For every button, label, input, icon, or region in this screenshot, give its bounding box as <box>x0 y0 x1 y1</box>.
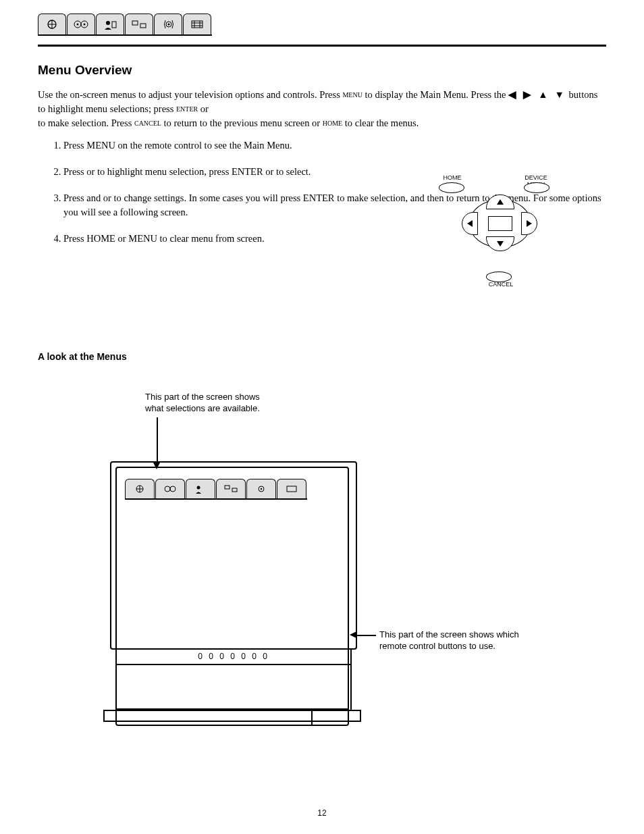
onscreen-menu <box>125 479 307 500</box>
subhead: A look at the Menus <box>38 351 127 362</box>
svg-point-12 <box>168 24 170 26</box>
enter-button <box>488 216 512 231</box>
svg-point-5 <box>77 24 79 26</box>
svg-point-23 <box>197 486 200 490</box>
home-button <box>439 182 464 193</box>
globe-icon <box>132 483 147 495</box>
onscreen-tab-row <box>125 479 307 500</box>
right-button <box>521 212 537 235</box>
right-arrow-icon <box>527 220 532 227</box>
speaker-grille: 0 0 0 0 0 0 0 <box>198 652 269 661</box>
tab-audio <box>154 14 182 34</box>
film-icon <box>284 483 299 495</box>
os-tab-picture <box>216 479 246 498</box>
left-button <box>462 212 478 235</box>
header-rule <box>38 45 606 47</box>
picture-icon <box>223 483 239 495</box>
cancel-key: CANCEL <box>134 120 161 127</box>
enter-key: ENTER <box>176 105 198 113</box>
svg-rect-25 <box>232 488 237 492</box>
svg-point-7 <box>106 21 110 25</box>
up-arrow-icon <box>497 199 504 205</box>
tv-illustration: 0 0 0 0 0 0 0 <box>110 461 354 731</box>
left-arrow-icon <box>467 220 473 227</box>
tab-row <box>38 14 212 36</box>
caption-top: This part of the screen shows what selec… <box>145 392 260 415</box>
heading: Menu Overview <box>38 61 606 80</box>
svg-point-22 <box>170 486 176 492</box>
home-key: HOME <box>323 120 342 127</box>
tab-setup <box>38 14 66 34</box>
svg-point-21 <box>165 486 170 492</box>
svg-rect-10 <box>140 24 146 28</box>
caption-bottom: This part of the screen shows which remo… <box>379 629 609 652</box>
arrow1-line <box>157 417 158 465</box>
svg-rect-9 <box>132 21 138 25</box>
os-tab-audio <box>246 479 276 498</box>
picture-icon <box>130 18 148 31</box>
os-tab-timer <box>155 479 185 498</box>
tv-speaker: 0 0 0 0 0 0 0 <box>117 649 350 665</box>
person-icon <box>102 18 118 31</box>
svg-rect-13 <box>192 21 203 28</box>
menu-key: MENU <box>342 91 362 99</box>
svg-rect-28 <box>287 486 296 492</box>
device-menu-button <box>524 182 549 193</box>
svg-rect-8 <box>112 22 116 28</box>
intro-paragraph: Use the on-screen menus to adjust your t… <box>38 88 606 130</box>
tab-picture <box>125 14 153 34</box>
audio-icon <box>254 483 269 495</box>
tab-video <box>183 14 211 34</box>
tv-base: 0 0 0 0 0 0 0 <box>115 649 352 711</box>
chapter-tabs <box>38 14 212 36</box>
os-tab-setup <box>125 479 155 498</box>
home-label: HOME <box>432 174 473 181</box>
person-icon <box>193 483 208 495</box>
clock-icon <box>72 18 90 31</box>
os-tab-video <box>277 479 306 498</box>
globe-icon <box>44 18 60 31</box>
clock-icon <box>162 483 178 495</box>
down-button <box>486 236 514 251</box>
down-arrow-icon <box>497 241 504 246</box>
tab-timer <box>67 14 95 34</box>
film-icon <box>189 18 205 31</box>
os-tab-lock <box>186 479 215 498</box>
arrow2-line <box>356 635 376 636</box>
page-number: 12 <box>0 808 644 818</box>
svg-point-6 <box>84 24 86 26</box>
tv-foot <box>103 710 361 722</box>
svg-point-27 <box>261 488 262 490</box>
remote-diagram: HOME DEVICEMENU CANCEL <box>432 174 567 289</box>
up-button <box>486 194 514 209</box>
nav-pad <box>466 196 533 250</box>
tab-lock <box>96 14 124 34</box>
svg-rect-24 <box>225 486 230 489</box>
arrow-glyphs: ◀ ▶ ▲ ▼ <box>508 89 566 100</box>
step-1: Press MENU on the remote control to see … <box>63 138 606 153</box>
cancel-button <box>486 271 512 282</box>
arrow2-head <box>350 631 356 638</box>
audio-icon <box>160 18 176 31</box>
